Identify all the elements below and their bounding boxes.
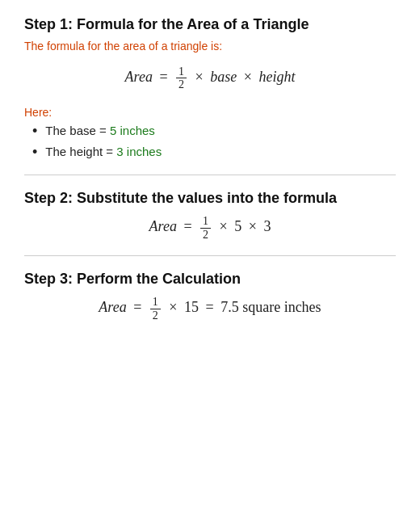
- step3-section: Step 3: Perform the Calculation Area = 1…: [24, 271, 396, 322]
- step1-section: Step 1: Formula for the Area of a Triang…: [24, 16, 396, 160]
- divider-2: [24, 255, 396, 256]
- step1-intro: The formula for the area of a triangle i…: [24, 40, 396, 53]
- step3-heading: Step 3: Perform the Calculation: [24, 271, 396, 288]
- step2-heading: Step 2: Substitute the values into the f…: [24, 190, 396, 207]
- height-label: height: [258, 69, 295, 85]
- value-3: 3: [263, 218, 271, 234]
- result: 7.5 square inches: [220, 299, 321, 315]
- area-label-2: Area: [149, 218, 177, 234]
- bullet-base: The base = 5 inches: [32, 124, 396, 140]
- here-label: Here:: [24, 106, 396, 119]
- step2-formula: Area = 1 2 × 5 × 3: [24, 215, 396, 241]
- area-label-1: Area: [125, 69, 153, 85]
- step3-formula: Area = 1 2 × 15 = 7.5 square inches: [24, 296, 396, 322]
- value-15: 15: [184, 299, 199, 315]
- step1-formula: Area = 1 2 × base × height: [24, 65, 396, 91]
- fraction-half-1: 1 2: [176, 65, 187, 91]
- divider-1: [24, 175, 396, 175]
- bullet-height-text: The height = 3 inches: [45, 145, 162, 158]
- fraction-half-3: 1 2: [150, 296, 161, 322]
- bullet-list: The base = 5 inches The height = 3 inche…: [32, 124, 396, 161]
- value-5: 5: [234, 218, 242, 234]
- step1-heading: Step 1: Formula for the Area of a Triang…: [24, 16, 396, 33]
- base-label: base: [210, 69, 237, 85]
- bullet-base-text: The base = 5 inches: [45, 124, 155, 137]
- step2-section: Step 2: Substitute the values into the f…: [24, 190, 396, 241]
- area-label-3: Area: [99, 299, 126, 315]
- fraction-half-2: 1 2: [200, 215, 211, 241]
- bullet-height: The height = 3 inches: [32, 145, 396, 161]
